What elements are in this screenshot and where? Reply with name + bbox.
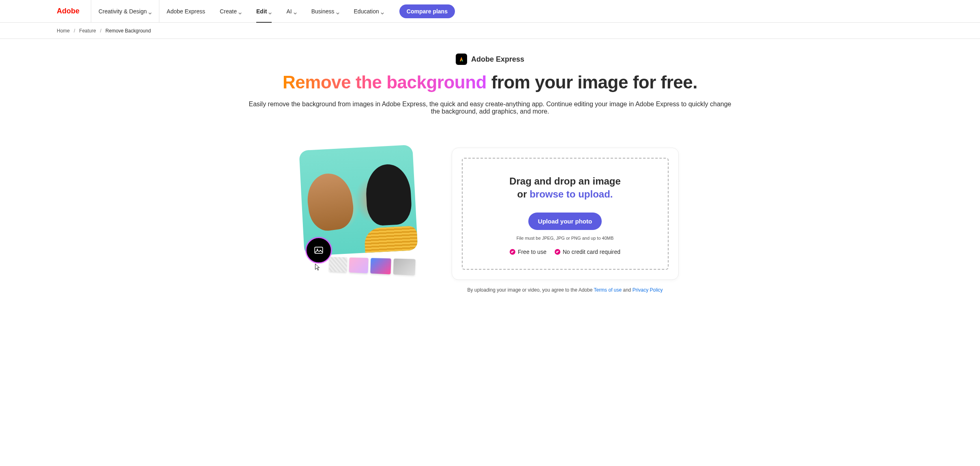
nav-create[interactable]: Create (212, 0, 249, 23)
adobe-express-icon (456, 54, 467, 65)
hero-section: Adobe Express Remove the background from… (0, 39, 980, 123)
chevron-down-icon (381, 10, 384, 13)
benefit-free: Free to use (510, 249, 547, 255)
thumbnail-pink (349, 258, 368, 273)
file-requirements: File must be JPEG, JPG or PNG and up to … (471, 236, 660, 241)
headline-rest: from your image for free. (487, 72, 697, 92)
thumbnail-blue (370, 258, 391, 274)
brand-logo[interactable]: Adobe (57, 7, 91, 15)
nav-business[interactable]: Business (304, 0, 347, 23)
chevron-down-icon (294, 10, 297, 13)
privacy-link[interactable]: Privacy Policy (633, 287, 663, 293)
breadcrumb-home[interactable]: Home (57, 28, 70, 34)
nav-label: Edit (256, 8, 267, 15)
image-tool-icon (306, 237, 332, 263)
page-subhead: Easily remove the background from images… (247, 101, 733, 115)
nav-label: Education (354, 8, 379, 15)
nav-label: Adobe Express (167, 8, 205, 15)
chevron-down-icon (336, 10, 339, 13)
thumbnail-transparent (329, 257, 347, 273)
nav-edit[interactable]: Edit (249, 0, 279, 23)
legal-and: and (622, 287, 633, 293)
chevron-down-icon (148, 10, 152, 13)
legal-text: By uploading your image or video, you ag… (452, 287, 679, 293)
app-badge: Adobe Express (456, 54, 524, 65)
chevron-down-icon (238, 10, 242, 13)
benefit-label: No credit card required (563, 249, 620, 255)
benefits-row: Free to use No credit card required (471, 249, 660, 255)
benefit-label: Free to use (518, 249, 547, 255)
page-title: Remove the background from your image fo… (16, 72, 964, 92)
breadcrumb-separator: / (74, 28, 75, 34)
nav-education[interactable]: Education (347, 0, 391, 23)
nav-creativity-design[interactable]: Creativity & Design (91, 0, 159, 23)
dropzone-line1: Drag and drop an image (471, 175, 660, 188)
breadcrumb-current: Remove Background (105, 28, 151, 34)
check-icon (555, 249, 560, 255)
nav-label: Creativity & Design (99, 8, 147, 15)
background-thumbnails (329, 257, 416, 276)
top-nav: Adobe Creativity & Design Adobe Express … (0, 0, 980, 23)
breadcrumb-feature[interactable]: Feature (79, 28, 96, 34)
cursor-icon (313, 263, 322, 274)
check-icon (510, 249, 515, 255)
compare-plans-button[interactable]: Compare plans (399, 4, 455, 18)
dropzone-line2: or browse to upload. (471, 188, 660, 201)
nav-adobe-express[interactable]: Adobe Express (159, 0, 212, 23)
hero-illustration (302, 148, 423, 273)
svg-point-1 (317, 249, 318, 250)
dropzone-title: Drag and drop an image or browse to uplo… (471, 175, 660, 201)
dropzone-or: or (517, 189, 530, 200)
svg-rect-0 (315, 247, 323, 253)
terms-link[interactable]: Terms of use (594, 287, 622, 293)
nav-label: AI (286, 8, 292, 15)
legal-prefix: By uploading your image or video, you ag… (467, 287, 594, 293)
app-name: Adobe Express (471, 55, 524, 64)
dropzone[interactable]: Drag and drop an image or browse to uplo… (462, 158, 669, 270)
browse-link[interactable]: browse to upload. (530, 189, 613, 200)
benefit-no-card: No credit card required (555, 249, 620, 255)
main-row: Drag and drop an image or browse to uplo… (0, 148, 980, 293)
breadcrumb: Home / Feature / Remove Background (0, 23, 980, 39)
nav-label: Create (220, 8, 237, 15)
nav-label: Business (311, 8, 335, 15)
breadcrumb-separator: / (100, 28, 101, 34)
upload-column: Drag and drop an image or browse to uplo… (452, 148, 679, 293)
chevron-down-icon (268, 10, 272, 13)
thumbnail-gray (393, 258, 415, 275)
upload-card: Drag and drop an image or browse to uplo… (452, 148, 679, 280)
nav-ai[interactable]: AI (279, 0, 304, 23)
headline-gradient: Remove the background (283, 72, 487, 92)
upload-photo-button[interactable]: Upload your photo (528, 213, 602, 230)
